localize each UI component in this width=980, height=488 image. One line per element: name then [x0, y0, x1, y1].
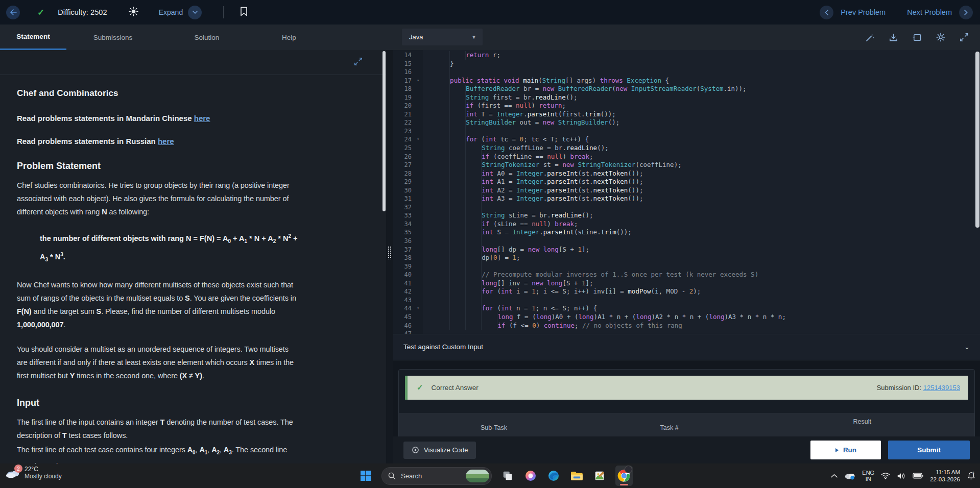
language-indicator[interactable]: ENG IN	[862, 470, 874, 482]
wifi-icon[interactable]	[881, 472, 890, 479]
search-icon	[388, 472, 396, 480]
panel-splitter[interactable]	[386, 50, 393, 463]
code-line[interactable]: dp[0] = 1;	[434, 254, 980, 262]
code-line[interactable]: int A3 = Integer.parseInt(st.nextToken()…	[434, 194, 980, 203]
windows-taskbar: 2 22°C Mostly cloudy Search	[0, 463, 980, 488]
code-editor[interactable]: 14151617▾18192021222324▾2526272829303132…	[393, 50, 980, 334]
code-line[interactable]: long f = (long)A0 + (long)A1 * n + (long…	[434, 313, 980, 322]
language-select[interactable]: Java ▼	[402, 29, 483, 45]
search-daily-image[interactable]	[466, 470, 489, 482]
code-line[interactable]: String coeffLine = br.readLine();	[434, 144, 980, 153]
code-line[interactable]: return r;	[434, 51, 980, 60]
editor-toolbar	[865, 25, 969, 50]
problem-scrollbar[interactable]	[383, 51, 386, 211]
translation-link[interactable]: here	[158, 137, 174, 145]
code-line[interactable]: if (first == null) return;	[434, 102, 980, 110]
code-line[interactable]: if (f <= 0) continue; // no objects of t…	[434, 322, 980, 330]
code-line[interactable]: }	[434, 60, 980, 68]
taskbar-clock[interactable]: 11:15 AM 22-03-2026	[930, 469, 960, 483]
fold-arrow-icon[interactable]: ▾	[417, 304, 419, 313]
start-button[interactable]	[358, 469, 373, 483]
tab-submissions[interactable]: Submissions	[75, 25, 151, 50]
code-line[interactable]: BufferedReader br = new BufferedReader(n…	[434, 85, 980, 93]
tab-solution[interactable]: Solution	[176, 25, 237, 50]
theme-toggle-sun-icon[interactable]	[129, 7, 138, 18]
splitter-handle-icon[interactable]	[388, 246, 392, 259]
code-line[interactable]: int S = Integer.parseInt(sLine.trim());	[434, 228, 980, 237]
run-button[interactable]: Run	[810, 441, 881, 459]
settings-gear-icon[interactable]	[936, 32, 946, 42]
code-line[interactable]: String sLine = br.readLine();	[434, 211, 980, 220]
weather-widget[interactable]: 2 22°C Mostly cloudy	[5, 466, 62, 480]
code-lines[interactable]: return r; } public static void main(Stri…	[423, 50, 980, 334]
line-number: 32	[393, 203, 423, 212]
code-line[interactable]: int T = Integer.parseInt(first.trim());	[434, 110, 980, 119]
code-line[interactable]: int A1 = Integer.parseInt(st.nextToken()…	[434, 178, 980, 186]
code-line[interactable]: for (int i = 1; i <= S; i++) inv[i] = mo…	[434, 287, 980, 296]
line-number: 28	[393, 169, 423, 178]
fold-arrow-icon[interactable]: ▾	[417, 77, 419, 85]
code-line[interactable]: // Precompute modular inverses of 1..S o…	[434, 271, 980, 279]
notification-bell-icon[interactable]: z	[967, 471, 976, 480]
code-line[interactable]: String first = br.readLine();	[434, 93, 980, 102]
photo-app-button[interactable]	[592, 469, 607, 483]
custom-input-toggle[interactable]: Test against Custom Input ⌄	[393, 334, 980, 360]
code-line[interactable]: for (int tc = 0; tc < T; tc++) {	[434, 135, 980, 144]
hidden-icons-chevron[interactable]	[831, 474, 838, 478]
prev-problem-button[interactable]	[820, 6, 833, 19]
code-line[interactable]	[434, 127, 980, 136]
fullscreen-icon[interactable]	[960, 33, 969, 42]
code-line[interactable]: int A0 = Integer.parseInt(st.nextToken()…	[434, 169, 980, 178]
format-wand-icon[interactable]	[865, 33, 875, 42]
code-line[interactable]: StringBuilder out = new StringBuilder();	[434, 118, 980, 127]
clock-time: 11:15 AM	[930, 469, 960, 476]
tab-statement[interactable]: Statement	[0, 25, 66, 50]
reset-icon[interactable]	[912, 33, 922, 42]
expand-dropdown-label[interactable]: Expand	[159, 8, 183, 16]
visualize-code-button[interactable]: Visualize Code	[403, 442, 476, 459]
back-button[interactable]	[6, 6, 20, 19]
volume-icon[interactable]	[897, 472, 906, 480]
problem-nav: Prev Problem Next Problem	[820, 6, 973, 19]
next-problem-label[interactable]: Next Problem	[907, 8, 952, 16]
onedrive-icon[interactable]	[844, 472, 855, 480]
result-table-header: Sub-TaskTask #Result	[399, 413, 974, 437]
code-line[interactable]: public static void main(String[] args) t…	[434, 77, 980, 85]
panel-expand-icon[interactable]	[354, 57, 363, 68]
next-problem-button[interactable]	[959, 6, 973, 19]
code-line[interactable]	[434, 237, 980, 246]
prev-problem-label[interactable]: Prev Problem	[841, 8, 886, 16]
editor-scrollbar[interactable]	[975, 52, 979, 228]
bookmark-icon[interactable]	[240, 7, 248, 18]
copilot-button[interactable]	[523, 469, 538, 483]
task-view-button[interactable]	[500, 469, 515, 483]
code-line[interactable]	[434, 296, 980, 305]
code-line[interactable]	[434, 330, 980, 334]
submit-button[interactable]: Submit	[888, 441, 970, 459]
fold-arrow-icon[interactable]: ▾	[417, 135, 419, 144]
code-line[interactable]: if (sLine == null) break;	[434, 220, 980, 229]
code-line[interactable]	[434, 203, 980, 212]
code-line[interactable]: long[] inv = new long[S + 1];	[434, 279, 980, 288]
code-line[interactable]: for (int n = 1; n <= S; n++) {	[434, 304, 980, 313]
edge-button[interactable]	[546, 469, 561, 483]
battery-icon[interactable]	[913, 473, 923, 479]
expand-chevron-button[interactable]	[188, 6, 202, 19]
problem-title: Chef and Combinatorics	[17, 88, 299, 99]
download-icon[interactable]	[889, 33, 898, 42]
code-line[interactable]	[434, 68, 980, 77]
chrome-button[interactable]	[615, 466, 633, 486]
taskbar-search[interactable]: Search	[381, 467, 492, 485]
code-line[interactable]: if (coeffLine == null) break;	[434, 153, 980, 161]
editor-panel: 14151617▾18192021222324▾2526272829303132…	[393, 50, 980, 463]
code-line[interactable]: int A2 = Integer.parseInt(st.nextToken()…	[434, 186, 980, 195]
code-line[interactable]: StringTokenizer st = new StringTokenizer…	[434, 161, 980, 169]
code-line[interactable]: long[] dp = new long[S + 1];	[434, 246, 980, 254]
submission-id: Submission ID: 1251439153	[877, 384, 960, 392]
translation-link[interactable]: here	[194, 114, 210, 123]
file-explorer-button[interactable]	[569, 469, 584, 483]
code-line[interactable]	[434, 262, 980, 271]
play-icon	[835, 448, 839, 453]
submission-id-link[interactable]: 1251439153	[923, 384, 960, 392]
tab-help[interactable]: Help	[264, 25, 315, 50]
